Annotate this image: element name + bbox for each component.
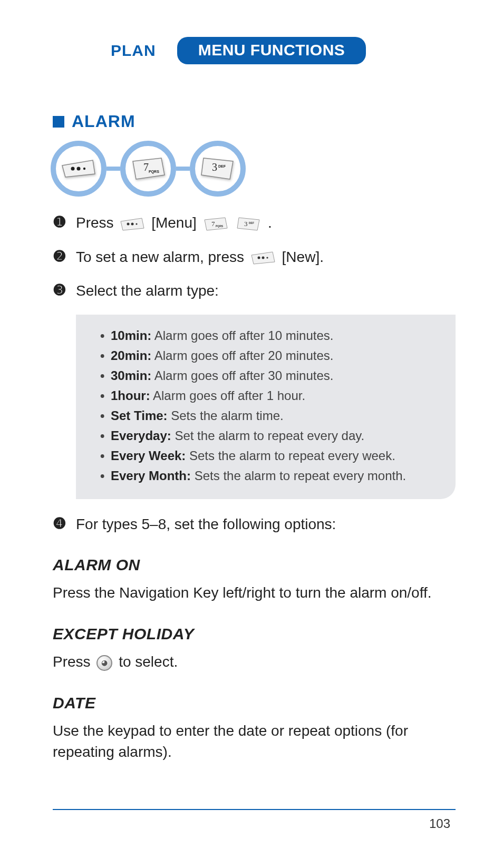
type-desc: Sets the alarm to repeat every week. xyxy=(189,448,395,463)
type-label: Every Month: xyxy=(111,469,191,483)
menu-functions-pill: MENU FUNCTIONS xyxy=(177,37,366,64)
type-desc: Alarm goes off after 10 minutes. xyxy=(154,328,334,343)
list-item: Every Month: Sets the alarm to repeat ev… xyxy=(100,466,441,485)
type-label: Every Week: xyxy=(111,448,186,463)
svg-point-22 xyxy=(262,257,264,259)
type-desc: Alarm goes off after 1 hour. xyxy=(153,388,305,403)
type-desc: Sets the alarm to repeat every month. xyxy=(195,469,407,483)
list-item: Set Time: Sets the alarm time. xyxy=(100,406,441,425)
alarm-on-body: Press the Navigation Key left/right to t… xyxy=(53,582,456,604)
step-body: Select the alarm type: xyxy=(76,280,456,302)
text: . xyxy=(268,214,272,231)
except-holiday-body: Press ◕ to select. xyxy=(53,651,456,673)
svg-marker-14 xyxy=(205,218,227,230)
step-number: ➍ xyxy=(53,514,66,534)
svg-text:3: 3 xyxy=(212,161,217,173)
three-key-icon: 3DEF xyxy=(236,217,262,231)
svg-text:3: 3 xyxy=(244,220,248,228)
type-label: 30min: xyxy=(111,368,151,383)
alarm-types-list: 10min: Alarm goes off after 10 minutes. … xyxy=(100,326,441,485)
list-item: Everyday: Set the alarm to repeat every … xyxy=(100,426,441,445)
svg-point-1 xyxy=(71,167,75,171)
svg-point-13 xyxy=(136,223,138,225)
key-connector xyxy=(107,167,120,171)
type-desc: Alarm goes off after 20 minutes. xyxy=(154,348,334,363)
svg-text:DEF: DEF xyxy=(218,164,226,168)
section-title: ALARM xyxy=(72,112,136,131)
type-label: 1hour: xyxy=(111,388,150,403)
seven-key-icon: 7 PQRS xyxy=(131,157,166,180)
page-number: 103 xyxy=(429,816,450,831)
svg-marker-7 xyxy=(201,158,233,179)
svg-point-11 xyxy=(127,222,130,225)
key-circle-menu xyxy=(51,141,107,197)
page: PLAN MENU FUNCTIONS ALARM 7 PQRS 3 xyxy=(0,0,503,868)
text: to select. xyxy=(119,654,178,670)
list-item: Every Week: Sets the alarm to repeat eve… xyxy=(100,446,441,465)
type-label: Everyday: xyxy=(111,428,171,443)
key-circle-7: 7 PQRS xyxy=(120,141,176,197)
footer-rule xyxy=(53,809,456,810)
seven-key-icon: 7PQRS xyxy=(203,217,228,231)
except-holiday-heading: EXCEPT HOLIDAY xyxy=(53,625,456,643)
step-2: ➋ To set a new alarm, press [New]. xyxy=(53,247,456,268)
text: [Menu] xyxy=(151,214,200,231)
section-title-row: ALARM xyxy=(53,112,456,131)
type-desc: Set the alarm to repeat every day. xyxy=(175,428,364,443)
three-key-icon: 3 DEF xyxy=(200,157,235,180)
text: [New]. xyxy=(282,249,324,265)
step-1: ➊ Press [Menu] 7PQRS 3DEF . xyxy=(53,212,456,234)
svg-text:PQRS: PQRS xyxy=(216,225,224,228)
type-label: 10min: xyxy=(111,328,151,343)
menu-key-icon xyxy=(250,250,276,265)
svg-marker-4 xyxy=(133,158,165,179)
svg-point-3 xyxy=(83,168,85,170)
type-label: 20min: xyxy=(111,348,151,363)
step-body: For types 5–8, set the following options… xyxy=(76,514,456,535)
svg-text:7: 7 xyxy=(143,161,149,173)
date-heading: DATE xyxy=(53,694,456,712)
steps-list: ➊ Press [Menu] 7PQRS 3DEF . ➋ To set a n… xyxy=(53,212,456,535)
text: Press xyxy=(53,654,94,670)
step-number: ➋ xyxy=(53,247,66,267)
step-4: ➍ For types 5–8, set the following optio… xyxy=(53,514,456,535)
plan-label: PLAN xyxy=(111,42,156,60)
header-row: PLAN MENU FUNCTIONS xyxy=(111,37,456,64)
step-number: ➌ xyxy=(53,280,66,300)
svg-marker-17 xyxy=(237,218,259,230)
alarm-on-heading: ALARM ON xyxy=(53,556,456,574)
text: To set a new alarm, press xyxy=(76,249,248,265)
list-item: 30min: Alarm goes off after 30 minutes. xyxy=(100,366,441,385)
step-body: Press [Menu] 7PQRS 3DEF . xyxy=(76,212,456,234)
svg-point-2 xyxy=(77,167,81,171)
type-desc: Sets the alarm time. xyxy=(171,408,283,423)
menu-key-icon xyxy=(120,217,145,231)
key-circle-3: 3 DEF xyxy=(190,141,246,197)
svg-point-21 xyxy=(257,257,260,259)
list-item: 1hour: Alarm goes off after 1 hour. xyxy=(100,386,441,405)
svg-point-12 xyxy=(131,222,134,225)
ok-round-key-icon: ◕ xyxy=(96,655,112,671)
alarm-types-box: 10min: Alarm goes off after 10 minutes. … xyxy=(76,315,456,499)
list-item: 20min: Alarm goes off after 20 minutes. xyxy=(100,346,441,365)
key-sequence: 7 PQRS 3 DEF xyxy=(51,141,456,197)
text: Press xyxy=(76,214,118,231)
svg-text:PQRS: PQRS xyxy=(149,170,159,174)
svg-text:7: 7 xyxy=(211,220,215,228)
svg-text:DEF: DEF xyxy=(249,221,254,225)
svg-point-23 xyxy=(266,257,268,259)
list-item: 10min: Alarm goes off after 10 minutes. xyxy=(100,326,441,345)
step-body: To set a new alarm, press [New]. xyxy=(76,247,456,268)
step-number: ➊ xyxy=(53,212,66,232)
square-bullet-icon xyxy=(53,116,64,128)
menu-key-icon xyxy=(61,158,96,179)
step-3: ➌ Select the alarm type: xyxy=(53,280,456,302)
type-desc: Alarm goes off after 30 minutes. xyxy=(154,368,334,383)
type-label: Set Time: xyxy=(111,408,168,423)
key-connector xyxy=(176,167,190,171)
date-body: Use the keypad to enter the date or repe… xyxy=(53,720,456,763)
